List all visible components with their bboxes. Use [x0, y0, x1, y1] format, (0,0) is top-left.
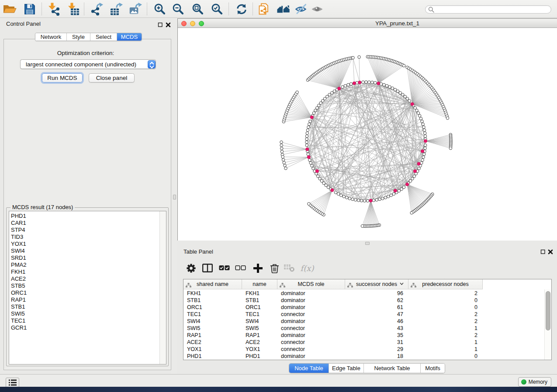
- hide-eye-icon: [295, 3, 308, 15]
- mcds-result-node[interactable]: PHD1: [9, 213, 166, 220]
- mcds-result-node[interactable]: YOX1: [9, 241, 166, 248]
- open-file-button[interactable]: [2, 1, 17, 17]
- export-table-button[interactable]: [109, 1, 125, 17]
- zoom-fit-button[interactable]: [190, 1, 206, 17]
- table-cell: STB1: [246, 297, 259, 303]
- column-header-successor-nodes[interactable]: successor nodes: [345, 279, 408, 289]
- run-mcds-button[interactable]: Run MCDS: [42, 73, 83, 83]
- column-header-name[interactable]: name: [242, 279, 277, 289]
- mcds-result-node[interactable]: PMA2: [9, 261, 166, 268]
- control-tab-style[interactable]: Style: [67, 33, 90, 41]
- mcds-result-node[interactable]: STB5: [9, 282, 166, 289]
- network-window-titlebar[interactable]: YPA_prune.txt_1: [178, 19, 557, 28]
- table-row[interactable]: RAP1RAP1dominator352: [183, 332, 551, 339]
- first-neighbors-button[interactable]: [276, 1, 292, 17]
- table-tab-network-table[interactable]: Network Table: [364, 364, 421, 373]
- mcds-result-node[interactable]: STB1: [9, 303, 166, 310]
- zoom-in-button[interactable]: [152, 1, 168, 17]
- column-header-MCDS-role[interactable]: MCDS role: [277, 279, 345, 289]
- new-network-from-selection-button[interactable]: [256, 1, 272, 17]
- column-header-predecessor-nodes[interactable]: predecessor nodes: [408, 279, 483, 289]
- table-cell: PHD1: [246, 353, 260, 359]
- table-row[interactable]: YOX1YOX1connector291: [183, 346, 551, 353]
- mcds-result-node[interactable]: SWI5: [9, 310, 166, 317]
- table-cell: 31: [345, 339, 403, 345]
- mcds-result-node[interactable]: TID3: [9, 234, 166, 241]
- close-icon[interactable]: [166, 21, 171, 27]
- export-network-button[interactable]: [89, 1, 105, 17]
- table-scrollbar[interactable]: [546, 291, 550, 330]
- mcds-result-node[interactable]: STP4: [9, 227, 166, 234]
- mcds-result-node[interactable]: GCR1: [9, 324, 166, 331]
- control-tab-network[interactable]: Network: [35, 33, 67, 41]
- table-cell: SWI5: [187, 325, 201, 331]
- column-header-shared-name[interactable]: shared name: [183, 279, 242, 289]
- mcds-result-list[interactable]: PHD1CAR1STP4TID3YOX1SWI4SRD1PMA2FKH1ACE2…: [9, 211, 166, 364]
- float-icon[interactable]: [540, 248, 546, 254]
- table-cell: 62: [345, 297, 403, 303]
- control-tab-mcds[interactable]: MCDS: [117, 33, 142, 41]
- mcds-result-node[interactable]: TEC1: [9, 317, 166, 324]
- table-row[interactable]: PHD1PHD1dominator180: [183, 353, 551, 360]
- import-table-button[interactable]: [65, 1, 81, 17]
- table-cell: FKH1: [187, 290, 201, 296]
- split-table-button[interactable]: [200, 259, 215, 277]
- zoom-out-button[interactable]: [170, 1, 186, 17]
- control-tab-select[interactable]: Select: [90, 33, 117, 41]
- mcds-list-scrollbar[interactable]: [159, 211, 166, 364]
- table-row[interactable]: SWI5SWI5connector431: [183, 325, 551, 332]
- network-canvas[interactable]: [178, 28, 557, 241]
- vertical-splitter[interactable]: [171, 18, 177, 374]
- table-tab-edge-table[interactable]: Edge Table: [329, 364, 364, 373]
- control-panel: Control Panel NetworkStyleSelectMCDS Opt…: [0, 18, 171, 374]
- zoom-out-icon: [172, 3, 185, 16]
- splitter-handle[interactable]: [173, 195, 176, 199]
- uncheck-all-icon: [235, 265, 246, 271]
- mcds-result-node[interactable]: SRD1: [9, 254, 166, 261]
- mcds-result-node[interactable]: FKH1: [9, 268, 166, 275]
- table-cell: 0: [408, 353, 477, 359]
- mcds-result-node[interactable]: ORC1: [9, 289, 166, 296]
- mcds-result-node[interactable]: ACE2: [9, 275, 166, 282]
- close-icon[interactable]: [548, 248, 553, 254]
- table-row[interactable]: ACE2ACE2connector311: [183, 339, 551, 346]
- save-session-button[interactable]: [22, 1, 38, 17]
- table-tab-motifs[interactable]: Motifs: [421, 364, 445, 373]
- table-settings-button[interactable]: [183, 259, 198, 277]
- close-panel-button[interactable]: Close panel: [89, 73, 135, 83]
- table-tab-node-table[interactable]: Node Table: [289, 364, 329, 373]
- show-all-button: [310, 1, 325, 17]
- apply-layout-button[interactable]: [234, 1, 249, 17]
- horizontal-splitter[interactable]: [177, 241, 557, 246]
- mcds-result-node[interactable]: SWI4: [9, 248, 166, 254]
- hide-selected-button[interactable]: [294, 1, 309, 17]
- network-window-title: YPA_prune.txt_1: [178, 20, 557, 27]
- search-input[interactable]: [436, 6, 551, 13]
- delete-columns-button[interactable]: [267, 259, 282, 277]
- table-row[interactable]: TEC1TEC1connector472: [183, 311, 551, 318]
- memory-button[interactable]: Memory: [518, 377, 551, 387]
- splitter-handle[interactable]: [365, 242, 370, 245]
- deselect-all-rows-button[interactable]: [233, 259, 248, 277]
- table-row[interactable]: SWI4SWI4dominator462: [183, 318, 551, 325]
- control-panel-header: Control Panel: [0, 18, 171, 29]
- search-field[interactable]: [425, 5, 551, 14]
- import-network-button[interactable]: [45, 1, 61, 17]
- select-all-rows-button[interactable]: [217, 259, 232, 277]
- function-builder-button: f(x): [300, 259, 315, 277]
- columns-icon: [202, 264, 213, 272]
- create-column-button[interactable]: [250, 259, 265, 277]
- table-row[interactable]: ORC1ORC1dominator610: [183, 304, 551, 311]
- task-history-button[interactable]: [6, 378, 19, 388]
- table-cell: dominator: [281, 297, 305, 303]
- table-cell: FKH1: [246, 290, 259, 296]
- zoom-selected-button[interactable]: [209, 1, 225, 17]
- float-icon[interactable]: [158, 21, 163, 27]
- mcds-result-node[interactable]: CAR1: [9, 220, 166, 227]
- mcds-result-node[interactable]: RAP1: [9, 296, 166, 303]
- memory-label: Memory: [529, 379, 547, 385]
- table-row[interactable]: FKH1FKH1dominator962: [183, 290, 551, 297]
- optimization-criterion-select[interactable]: largest connected component (undirected): [20, 59, 156, 69]
- table-row[interactable]: STB1STB1dominator620: [183, 297, 551, 304]
- export-image-button[interactable]: [128, 1, 144, 17]
